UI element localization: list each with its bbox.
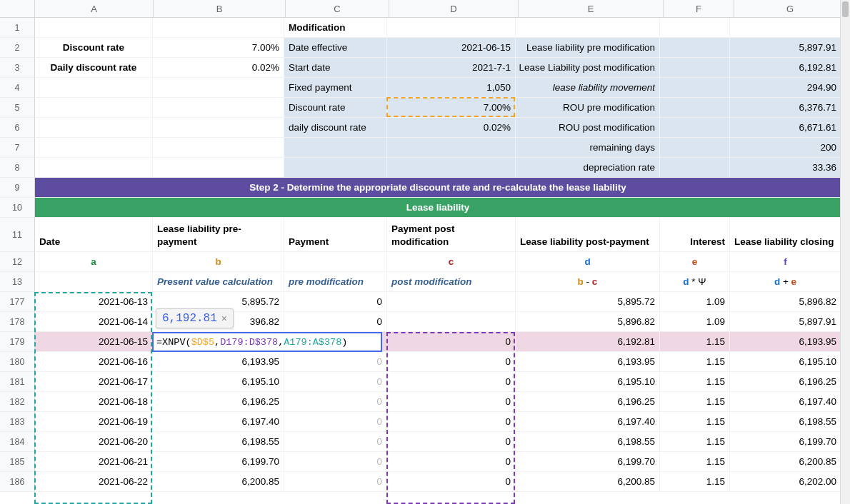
cell-post-payment[interactable]: 6,199.70: [516, 452, 660, 472]
cell-B7[interactable]: [153, 138, 284, 158]
row-header-13[interactable]: 13: [0, 272, 35, 292]
cell-D1[interactable]: [387, 18, 516, 38]
row-header-12[interactable]: 12: [0, 252, 35, 272]
cell-pre-payment[interactable]: 6,199.70: [153, 452, 284, 472]
cell-E8[interactable]: depreciation rate: [516, 158, 660, 178]
cell-F4[interactable]: [660, 78, 730, 98]
cell-E4[interactable]: lease liability movement: [516, 78, 660, 98]
cell-D4[interactable]: 1,050: [387, 78, 516, 98]
cell-C12[interactable]: [284, 252, 387, 272]
cell-A4[interactable]: [35, 78, 153, 98]
select-all-corner[interactable]: [0, 0, 35, 17]
cell-A2[interactable]: Discount rate: [35, 38, 153, 58]
row-header-2[interactable]: 2: [0, 38, 35, 58]
cell-date[interactable]: 2021-06-13: [35, 292, 153, 312]
cell-payment-post-mod[interactable]: 0: [387, 332, 516, 352]
cell-date[interactable]: 2021-06-15: [35, 332, 153, 352]
cell-C7[interactable]: [284, 138, 387, 158]
cell-B6[interactable]: [153, 118, 284, 138]
cell-pre-payment[interactable]: 6,198.55: [153, 432, 284, 452]
cell-date[interactable]: 2021-06-21: [35, 452, 153, 472]
row-header-179[interactable]: 179: [0, 332, 35, 352]
vertical-scrollbar[interactable]: [840, 0, 850, 504]
header-pre-payment[interactable]: Lease liability pre-payment: [153, 218, 284, 252]
cell-payment[interactable]: 0: [284, 392, 387, 412]
cell-interest[interactable]: 1.15: [660, 452, 730, 472]
cell-F3[interactable]: [660, 58, 730, 78]
def-pre-mod[interactable]: pre modification: [284, 272, 387, 292]
cell-interest[interactable]: 1.15: [660, 472, 730, 492]
cell-closing[interactable]: 6,193.95: [730, 332, 841, 352]
row-header-4[interactable]: 4: [0, 78, 35, 98]
cell-C1[interactable]: Modification: [284, 18, 387, 38]
cell-E5[interactable]: ROU pre modification: [516, 98, 660, 118]
row-header-7[interactable]: 7: [0, 138, 35, 158]
header-payment[interactable]: Payment: [284, 218, 387, 252]
cell-payment[interactable]: 0: [284, 372, 387, 392]
cell-payment-post-mod[interactable]: 0: [387, 412, 516, 432]
cell-G3[interactable]: 6,192.81: [730, 58, 841, 78]
cell-payment-post-mod[interactable]: 0: [387, 352, 516, 372]
cell-A3[interactable]: Daily discount rate: [35, 58, 153, 78]
cell-C2[interactable]: Date effective: [284, 38, 387, 58]
cell-pre-payment[interactable]: 6,197.40: [153, 412, 284, 432]
row-header-186[interactable]: 186: [0, 472, 35, 492]
cell-post-payment[interactable]: 6,200.85: [516, 472, 660, 492]
cell-payment-post-mod[interactable]: 0: [387, 472, 516, 492]
formula-edit-cell[interactable]: = XNPV ( $D$5 , D179:D$378 , A179:A$378 …: [152, 332, 382, 352]
cell-G4[interactable]: 294.90: [730, 78, 841, 98]
cell-payment-post-mod[interactable]: [387, 312, 516, 332]
cell-E1[interactable]: [516, 18, 660, 38]
row-header-184[interactable]: 184: [0, 432, 35, 452]
cell-interest[interactable]: 1.15: [660, 372, 730, 392]
cell-date[interactable]: 2021-06-20: [35, 432, 153, 452]
cell-date[interactable]: 2021-06-17: [35, 372, 153, 392]
cell-payment[interactable]: 0: [284, 352, 387, 372]
cell-E7[interactable]: remaining days: [516, 138, 660, 158]
cell-B3[interactable]: 0.02%: [153, 58, 284, 78]
cell-C8[interactable]: [284, 158, 387, 178]
cell-payment-post-mod[interactable]: 0: [387, 392, 516, 412]
cell-pre-payment[interactable]: 6,196.25: [153, 392, 284, 412]
cell-B1[interactable]: [153, 18, 284, 38]
cell-date[interactable]: 2021-06-18: [35, 392, 153, 412]
cell-interest[interactable]: 1.15: [660, 352, 730, 372]
cell-post-payment[interactable]: 6,197.40: [516, 412, 660, 432]
cell-E2[interactable]: Lease liability pre modification: [516, 38, 660, 58]
cell-interest[interactable]: 1.15: [660, 332, 730, 352]
cell-E6[interactable]: ROU post modification: [516, 118, 660, 138]
row-header-10[interactable]: 10: [0, 198, 35, 218]
col-header-C[interactable]: C: [286, 0, 389, 17]
row-header-178[interactable]: 178: [0, 312, 35, 332]
cell-D6[interactable]: 0.02%: [387, 118, 516, 138]
cell-F6[interactable]: [660, 118, 730, 138]
cell-payment-post-mod[interactable]: [387, 292, 516, 312]
cell-closing[interactable]: 5,896.82: [730, 292, 841, 312]
cell-F7[interactable]: [660, 138, 730, 158]
row-header-177[interactable]: 177: [0, 292, 35, 312]
cell-interest[interactable]: 1.15: [660, 432, 730, 452]
cell-pre-payment[interactable]: 6,200.85: [153, 472, 284, 492]
row-header-185[interactable]: 185: [0, 452, 35, 472]
cell-closing[interactable]: 6,202.00: [730, 472, 841, 492]
cell-G8[interactable]: 33.36: [730, 158, 841, 178]
row-header-183[interactable]: 183: [0, 412, 35, 432]
cell-C6[interactable]: daily discount rate: [284, 118, 387, 138]
cell-D8[interactable]: [387, 158, 516, 178]
cell-B4[interactable]: [153, 78, 284, 98]
cell-G2[interactable]: 5,897.91: [730, 38, 841, 58]
cell-closing[interactable]: 6,199.70: [730, 432, 841, 452]
cell-A7[interactable]: [35, 138, 153, 158]
cell-closing[interactable]: 6,200.85: [730, 452, 841, 472]
cell-closing[interactable]: 6,197.40: [730, 392, 841, 412]
scrollbar-thumb[interactable]: [842, 1, 849, 17]
cell-E3[interactable]: Lease Liability post modification: [516, 58, 660, 78]
cell-closing[interactable]: 6,198.55: [730, 412, 841, 432]
col-header-B[interactable]: B: [154, 0, 286, 17]
header-closing[interactable]: Lease liability closing: [730, 218, 841, 252]
header-post-payment[interactable]: Lease liability post-payment: [516, 218, 660, 252]
col-header-G[interactable]: G: [734, 0, 846, 17]
cell-C4[interactable]: Fixed payment: [284, 78, 387, 98]
cell-F1[interactable]: [660, 18, 730, 38]
cell-post-payment[interactable]: 6,193.95: [516, 352, 660, 372]
